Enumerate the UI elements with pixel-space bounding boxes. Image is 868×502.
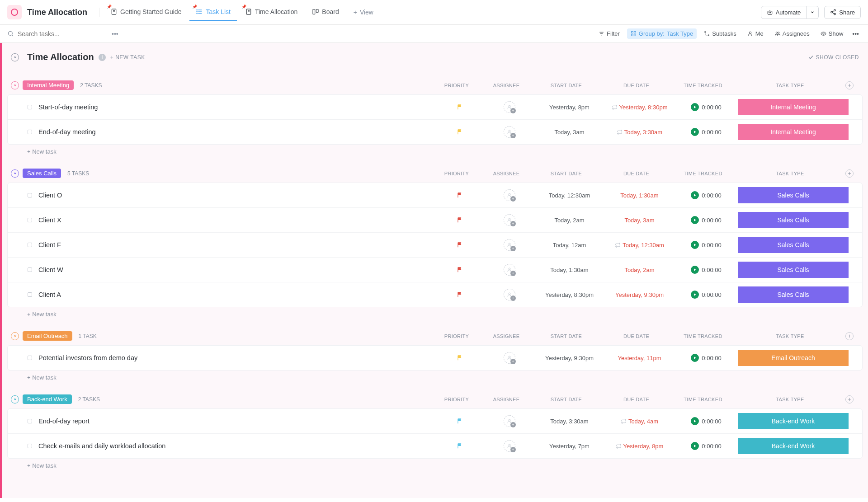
col-header-type[interactable]: TASK TYPE <box>735 333 845 339</box>
task-row[interactable]: End-of-day meeting + Today, 3am Today, 3… <box>8 120 862 144</box>
priority-cell[interactable] <box>435 267 485 273</box>
col-header-due[interactable]: DUE DATE <box>601 333 671 339</box>
add-view-button[interactable]: + View <box>347 4 380 20</box>
task-row[interactable]: Potential investors from demo day + Yest… <box>8 346 862 370</box>
col-header-start[interactable]: START DATE <box>531 83 601 88</box>
assignee-placeholder[interactable]: + <box>504 440 515 452</box>
start-date[interactable]: Yesterday, 7pm <box>549 443 590 450</box>
task-name[interactable]: Potential investors from demo day <box>38 354 435 361</box>
col-header-assignee[interactable]: ASSIGNEE <box>481 333 531 339</box>
group-name-chip[interactable]: Internal Meeting <box>23 80 74 90</box>
show-button[interactable]: Show <box>817 28 847 39</box>
add-column-button[interactable]: + <box>845 81 859 89</box>
col-header-start[interactable]: START DATE <box>531 333 601 339</box>
col-header-type[interactable]: TASK TYPE <box>735 83 845 88</box>
task-row[interactable]: Client X + Today, 2am Today, 3am 0:00:00… <box>8 208 862 233</box>
group-collapse-button[interactable] <box>11 395 19 403</box>
col-header-time[interactable]: TIME TRACKED <box>671 83 735 88</box>
collapse-all-button[interactable] <box>11 53 19 61</box>
due-date[interactable]: Today, 1:30am <box>620 192 658 199</box>
col-header-assignee[interactable]: ASSIGNEE <box>481 397 531 402</box>
assignees-button[interactable]: Assignees <box>771 28 813 39</box>
task-type-chip[interactable]: Internal Meeting <box>738 99 849 115</box>
task-name[interactable]: End-of-day report <box>38 418 435 425</box>
task-name[interactable]: Client F <box>38 241 435 249</box>
add-column-button[interactable]: + <box>845 395 859 403</box>
start-date[interactable]: Today, 2am <box>554 217 584 224</box>
show-closed-button[interactable]: SHOW CLOSED <box>808 54 859 61</box>
status-checkbox[interactable] <box>28 444 32 448</box>
task-row[interactable]: End-of-day report + Today, 3:30am Today,… <box>8 409 862 434</box>
due-date[interactable]: Yesterday, 9:30pm <box>615 291 664 298</box>
task-row[interactable]: Check e-mails and daily workload allocat… <box>8 434 862 458</box>
col-header-time[interactable]: TIME TRACKED <box>671 171 735 176</box>
start-date[interactable]: Today, 12:30am <box>549 192 590 199</box>
task-row[interactable]: Client F + Today, 12am Today, 12:30am 0:… <box>8 233 862 258</box>
due-date[interactable]: Today, 12:30am <box>623 242 664 249</box>
task-type-chip[interactable]: Sales Calls <box>738 237 849 253</box>
priority-cell[interactable] <box>435 217 485 223</box>
more-icon[interactable]: ••• <box>112 30 118 38</box>
assignee-placeholder[interactable]: + <box>504 415 515 427</box>
priority-cell[interactable] <box>435 192 485 198</box>
share-button[interactable]: Share <box>824 6 861 19</box>
new-task-button[interactable]: + New task <box>7 459 863 471</box>
group-collapse-button[interactable] <box>11 169 19 178</box>
col-header-time[interactable]: TIME TRACKED <box>671 333 735 339</box>
task-name[interactable]: End-of-day meeting <box>38 128 435 136</box>
col-header-due[interactable]: DUE DATE <box>601 171 671 176</box>
task-row[interactable]: Start-of-day meeting + Yesterday, 8pm Ye… <box>8 95 862 120</box>
col-header-assignee[interactable]: ASSIGNEE <box>481 171 531 176</box>
assignee-placeholder[interactable]: + <box>504 214 515 226</box>
play-button[interactable] <box>691 266 699 274</box>
new-task-header-button[interactable]: + NEW TASK <box>110 54 145 61</box>
group-name-chip[interactable]: Sales Calls <box>23 169 61 178</box>
tab-time-allocation[interactable]: 📌 Time Allocation <box>239 4 304 21</box>
status-checkbox[interactable] <box>28 193 32 197</box>
group-collapse-button[interactable] <box>11 81 19 89</box>
play-button[interactable] <box>691 241 699 249</box>
priority-cell[interactable] <box>435 242 485 248</box>
priority-cell[interactable] <box>435 291 485 298</box>
col-header-due[interactable]: DUE DATE <box>601 397 671 402</box>
task-type-chip[interactable]: Back-end Work <box>738 438 849 454</box>
start-date[interactable]: Yesterday, 9:30pm <box>545 355 594 361</box>
task-name[interactable]: Client A <box>38 291 435 298</box>
col-header-priority[interactable]: PRIORITY <box>432 171 481 176</box>
me-button[interactable]: Me <box>744 28 767 39</box>
play-button[interactable] <box>691 442 699 450</box>
col-header-priority[interactable]: PRIORITY <box>432 333 481 339</box>
play-button[interactable] <box>691 417 699 425</box>
task-row[interactable]: Client A + Yesterday, 8:30pm Yesterday, … <box>8 282 862 307</box>
task-type-chip[interactable]: Internal Meeting <box>738 124 849 140</box>
play-button[interactable] <box>691 191 699 199</box>
automate-button[interactable]: Automate <box>761 6 807 19</box>
start-date[interactable]: Today, 1:30am <box>550 267 588 273</box>
task-name[interactable]: Client O <box>38 192 435 199</box>
task-type-chip[interactable]: Sales Calls <box>738 286 849 303</box>
priority-cell[interactable] <box>435 443 485 449</box>
tab-board[interactable]: Board <box>306 4 345 21</box>
add-column-button[interactable]: + <box>845 332 859 340</box>
subtasks-button[interactable]: Subtasks <box>700 28 740 39</box>
task-name[interactable]: Check e-mails and daily workload allocat… <box>38 442 435 450</box>
col-header-due[interactable]: DUE DATE <box>601 83 671 88</box>
status-checkbox[interactable] <box>28 267 32 272</box>
tab-getting-started[interactable]: 📌 Getting Started Guide <box>104 4 188 21</box>
play-button[interactable] <box>691 354 699 362</box>
start-date[interactable]: Yesterday, 8pm <box>549 104 590 111</box>
assignee-placeholder[interactable]: + <box>504 126 515 138</box>
play-button[interactable] <box>691 216 699 224</box>
status-checkbox[interactable] <box>28 243 32 247</box>
task-row[interactable]: Client O + Today, 12:30am Today, 1:30am … <box>8 183 862 208</box>
col-header-assignee[interactable]: ASSIGNEE <box>481 83 531 88</box>
play-button[interactable] <box>691 291 699 299</box>
task-type-chip[interactable]: Sales Calls <box>738 262 849 278</box>
task-name[interactable]: Start-of-day meeting <box>38 103 435 111</box>
status-checkbox[interactable] <box>28 356 32 360</box>
task-row[interactable]: Client W + Today, 1:30am Today, 2am 0:00… <box>8 258 862 282</box>
group-name-chip[interactable]: Back-end Work <box>23 394 72 404</box>
task-name[interactable]: Client X <box>38 216 435 224</box>
add-column-button[interactable]: + <box>845 169 859 178</box>
col-header-type[interactable]: TASK TYPE <box>735 171 845 176</box>
